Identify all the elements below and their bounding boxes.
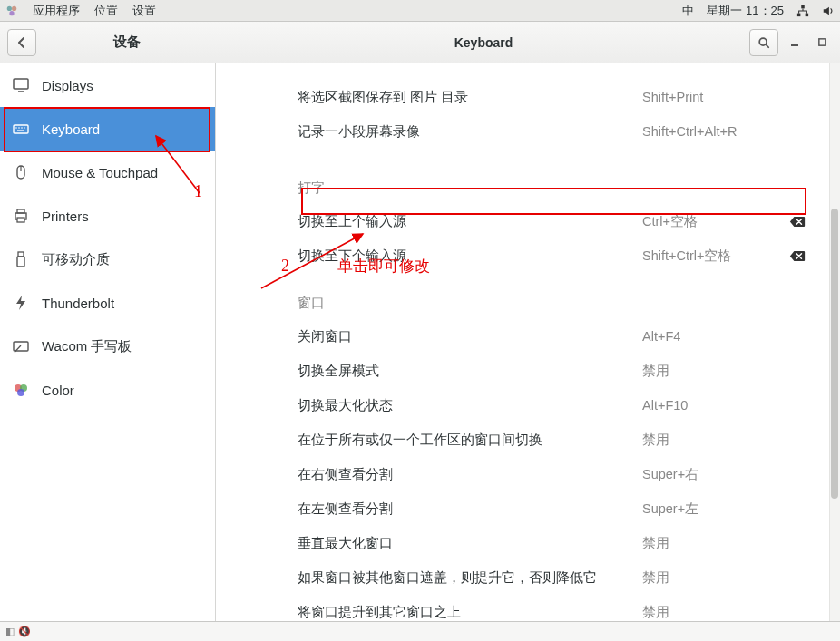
shortcut-row[interactable]: 关闭窗口Alt+F4 xyxy=(298,319,806,354)
svg-rect-4 xyxy=(797,13,801,16)
page-title: Keyboard xyxy=(218,35,749,50)
clock-label: 星期一 11：25 xyxy=(707,3,784,19)
svg-rect-22 xyxy=(17,218,24,222)
volume-icon[interactable] xyxy=(822,5,835,17)
scrollbar-thumb[interactable] xyxy=(831,209,838,499)
menu-settings[interactable]: 设置 xyxy=(132,3,156,19)
shortcut-desc: 在右侧查看分割 xyxy=(298,466,642,483)
ime-indicator[interactable]: 中 xyxy=(682,3,694,19)
shortcut-row[interactable]: 垂直最大化窗口禁用 xyxy=(298,526,806,560)
menu-places[interactable]: 位置 xyxy=(94,3,118,19)
shortcut-desc: 在左侧查看分割 xyxy=(298,500,642,518)
top-menubar: 应用程序 位置 设置 中 星期一 11：25 xyxy=(0,0,840,22)
search-icon xyxy=(757,36,770,49)
shortcut-row[interactable]: 切换全屏模式禁用 xyxy=(298,354,806,388)
sidebar-item-label: Printers xyxy=(42,209,89,224)
shortcut-accel: 禁用 xyxy=(642,363,806,380)
network-icon[interactable] xyxy=(796,5,809,17)
shortcut-accel: Alt+F10 xyxy=(642,398,806,413)
svg-point-2 xyxy=(9,11,14,15)
shortcut-accel: Super+右 xyxy=(642,466,806,483)
shortcut-desc: 在位于所有或仅一个工作区的窗口间切换 xyxy=(298,432,642,449)
shortcut-row[interactable]: 将窗口提升到其它窗口之上禁用 xyxy=(298,595,806,621)
minimize-icon xyxy=(789,37,800,48)
shortcut-row[interactable]: 如果窗口被其他窗口遮盖，则提升它，否则降低它禁用 xyxy=(298,560,806,595)
shortcut-row[interactable]: 在左侧查看分割Super+左 xyxy=(298,491,806,526)
settings-sidebar: Displays Keyboard Mouse & Touchpad Print… xyxy=(0,63,216,621)
svg-rect-23 xyxy=(18,252,24,257)
section-typing-header: 打字 xyxy=(298,180,806,197)
svg-rect-12 xyxy=(14,125,28,133)
scrollbar-track[interactable] xyxy=(829,63,840,621)
headerbar: 设备 Keyboard xyxy=(0,22,840,63)
shortcut-desc: 将选区截图保存到 图片 目录 xyxy=(298,89,642,106)
display-icon xyxy=(13,77,29,93)
panel-apps-icon[interactable]: ◧ xyxy=(5,626,15,637)
shortcut-row[interactable]: 记录一小段屏幕录像 Shift+Ctrl+Alt+R xyxy=(298,114,806,149)
sidebar-item-color[interactable]: Color xyxy=(0,368,215,412)
shortcut-desc: 如果窗口被其他窗口遮盖，则提升它，否则降低它 xyxy=(298,569,642,587)
bottom-panel: ◧ 🔇 xyxy=(0,621,840,641)
sidebar-item-removable-media[interactable]: 可移动介质 xyxy=(0,238,215,281)
shortcut-desc: 切换至下个输入源 xyxy=(298,248,642,265)
shortcut-accel: Ctrl+空格 xyxy=(642,213,806,230)
shortcut-accel: 禁用 xyxy=(642,569,806,587)
svg-point-29 xyxy=(17,389,24,396)
svg-point-1 xyxy=(12,5,16,10)
search-button[interactable] xyxy=(749,29,778,56)
shortcut-accel: 禁用 xyxy=(642,604,806,621)
sidebar-item-thunderbolt[interactable]: Thunderbolt xyxy=(0,281,215,325)
sidebar-item-mouse-touchpad[interactable]: Mouse & Touchpad xyxy=(0,151,215,194)
sidebar-item-keyboard[interactable]: Keyboard xyxy=(0,107,215,151)
tablet-icon xyxy=(13,338,29,354)
back-button[interactable] xyxy=(7,29,36,56)
svg-point-16 xyxy=(24,127,25,129)
shortcut-desc: 切换最大化状态 xyxy=(298,397,642,414)
chevron-left-icon xyxy=(16,37,27,48)
shortcut-row-switch-next-input[interactable]: 切换至下个输入源 Shift+Ctrl+空格 xyxy=(298,238,806,273)
menu-applications[interactable]: 应用程序 xyxy=(33,3,80,19)
backspace-clear-icon[interactable] xyxy=(789,215,806,228)
shortcut-desc: 垂直最大化窗口 xyxy=(298,535,642,552)
shortcut-desc: 切换至上个输入源 xyxy=(298,213,642,230)
shortcut-row[interactable]: 在右侧查看分割Super+右 xyxy=(298,457,806,491)
shortcut-desc: 记录一小段屏幕录像 xyxy=(298,123,642,141)
sidebar-item-label: Displays xyxy=(42,78,93,93)
thunderbolt-icon xyxy=(13,295,29,311)
svg-rect-3 xyxy=(801,5,805,8)
sidebar-item-label: 可移动介质 xyxy=(42,251,110,268)
window-maximize-button[interactable] xyxy=(811,32,833,53)
sidebar-item-label: Color xyxy=(42,383,74,398)
sidebar-item-displays[interactable]: Displays xyxy=(0,63,215,107)
sidebar-item-label: Keyboard xyxy=(42,121,100,137)
window-minimize-button[interactable] xyxy=(784,32,806,53)
mouse-icon xyxy=(13,164,29,180)
backspace-clear-icon[interactable] xyxy=(789,249,806,262)
shortcut-accel: 禁用 xyxy=(642,535,806,552)
color-icon xyxy=(13,382,29,398)
panel-mute-icon[interactable]: 🔇 xyxy=(18,626,31,637)
sidebar-item-printers[interactable]: Printers xyxy=(0,194,215,238)
sidebar-item-label: Wacom 手写板 xyxy=(42,338,132,355)
shortcut-accel: Alt+F4 xyxy=(642,329,806,344)
shortcut-row-switch-prev-input[interactable]: 切换至上个输入源 Ctrl+空格 xyxy=(298,204,806,238)
svg-point-13 xyxy=(15,127,17,129)
shortcut-row[interactable]: 将选区截图保存到 图片 目录 Shift+Print xyxy=(298,80,806,114)
svg-rect-9 xyxy=(818,39,825,45)
shortcut-row[interactable]: 在位于所有或仅一个工作区的窗口间切换禁用 xyxy=(298,422,806,457)
shortcut-desc: 将窗口提升到其它窗口之上 xyxy=(298,604,642,621)
sidebar-item-label: Mouse & Touchpad xyxy=(42,165,158,180)
shortcut-row[interactable]: 切换最大化状态Alt+F10 xyxy=(298,388,806,422)
sidebar-title: 设备 xyxy=(36,34,218,51)
distro-logo-icon xyxy=(5,5,18,17)
shortcut-desc: 关闭窗口 xyxy=(298,328,642,345)
maximize-icon xyxy=(817,37,827,47)
printer-icon xyxy=(13,208,29,224)
sidebar-item-wacom[interactable]: Wacom 手写板 xyxy=(0,325,215,368)
section-window-header: 窗口 xyxy=(298,295,806,312)
shortcut-accel: Shift+Ctrl+空格 xyxy=(642,248,806,265)
shortcuts-scroll-area[interactable]: 将选区截图保存到 图片 目录 Shift+Print 记录一小段屏幕录像 Shi… xyxy=(216,63,840,621)
svg-rect-25 xyxy=(14,342,28,351)
shortcut-accel: 禁用 xyxy=(642,432,806,449)
shortcut-desc: 切换全屏模式 xyxy=(298,363,642,380)
